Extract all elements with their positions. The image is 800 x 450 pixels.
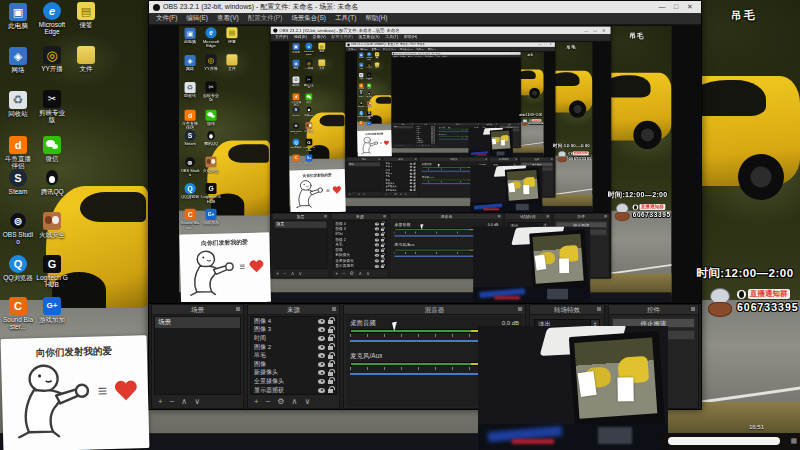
obs-preview[interactable]	[392, 58, 521, 123]
desktop-icon-this-pc[interactable]: ▣此电脑	[2, 3, 34, 29]
visibility-eye-icon[interactable]	[410, 189, 413, 191]
source-row[interactable]: 时间	[251, 334, 336, 343]
lock-icon[interactable]	[328, 355, 333, 359]
desktop-icon-ghub[interactable]: GLogitech G HUB	[201, 183, 221, 203]
obs-titlebar[interactable]: OBS 23.2.1 (32-bit, windows) - 配置文件: 未命名…	[271, 27, 611, 34]
add-scene-button[interactable]: +	[276, 271, 279, 276]
visibility-eye-icon[interactable]	[375, 233, 379, 236]
desktop-icon-this-pc[interactable]: ▣此电脑	[180, 28, 200, 44]
desktop-icon-qq[interactable]: 腾讯QQ	[365, 91, 372, 97]
transitions-panel-header[interactable]: 转场特效	[505, 214, 551, 220]
desktop-icon-obs-studio[interactable]: ⊚OBS Studio	[357, 101, 364, 109]
visibility-eye-icon[interactable]	[410, 173, 413, 175]
transitions-panel-header[interactable]: 转场特效	[490, 158, 518, 162]
lock-icon[interactable]	[328, 329, 333, 333]
visibility-eye-icon[interactable]	[318, 336, 325, 341]
source-row[interactable]: 图像	[251, 360, 336, 369]
visibility-eye-icon[interactable]	[318, 379, 325, 384]
controls-panel-header[interactable]: 控件	[499, 123, 520, 125]
source-down-button[interactable]: ∨	[366, 271, 370, 276]
scenes-panel-header[interactable]: 场景	[273, 214, 329, 220]
scene-down-button[interactable]: ∨	[363, 193, 365, 196]
desktop-icon-steam[interactable]: SSteam	[290, 106, 302, 116]
sources-panel-header[interactable]: 来源	[248, 305, 339, 315]
source-down-button[interactable]: ∨	[428, 145, 429, 147]
menu-edit[interactable]: 编辑(E)	[360, 47, 368, 50]
source-properties-gear-icon[interactable]: ⚙	[422, 145, 424, 147]
visibility-eye-icon[interactable]	[375, 228, 379, 231]
menu-view[interactable]: 查看(V)	[313, 35, 326, 41]
scene-down-button[interactable]: ∨	[194, 398, 200, 406]
visibility-eye-icon[interactable]	[410, 163, 413, 165]
close-button[interactable]: ✕	[599, 27, 608, 34]
add-scene-button[interactable]: +	[158, 398, 163, 406]
dock-options-icon[interactable]	[518, 307, 522, 311]
desktop-icon-folder[interactable]: 文件	[222, 54, 242, 70]
visibility-eye-icon[interactable]	[410, 179, 413, 181]
dock-options-icon[interactable]	[415, 158, 417, 160]
desktop-icon-notes[interactable]: ▤便签	[222, 27, 242, 43]
lock-icon[interactable]	[328, 389, 333, 393]
dock-options-icon[interactable]	[383, 215, 385, 217]
remove-scene-button[interactable]: −	[170, 398, 175, 406]
menu-profile[interactable]: 配置文件(P)	[383, 47, 396, 50]
lock-icon[interactable]	[381, 260, 384, 262]
scene-up-button[interactable]: ∧	[399, 145, 400, 147]
source-up-button[interactable]: ∧	[425, 145, 426, 147]
mixer-panel-header[interactable]: 混音器	[391, 214, 502, 220]
player-settings-icon[interactable]: ▦	[790, 436, 797, 446]
desktop-icon-notes[interactable]: ▤便签	[316, 43, 328, 53]
scenes-panel-header[interactable]: 场景	[152, 305, 243, 315]
controls-panel-header[interactable]: 控件	[609, 305, 698, 315]
desktop-icon-douyu[interactable]: d斗鱼直播伴侣	[180, 110, 200, 130]
scene-item[interactable]: 场景	[393, 126, 413, 129]
dock-options-icon[interactable]	[551, 158, 553, 160]
desktop-icon-huorong[interactable]: 火绒安全	[303, 122, 315, 132]
desktop-icon-douyu[interactable]: d斗鱼直播伴侣	[290, 94, 302, 107]
source-up-button[interactable]: ∧	[358, 271, 362, 276]
menu-tools[interactable]: 工具(T)	[416, 47, 424, 50]
source-properties-gear-icon[interactable]: ⚙	[277, 398, 284, 406]
desktop-icon-huorong[interactable]: 火绒安全	[365, 101, 372, 107]
obs-preview[interactable]: ▣此电脑 ◈网络 ♻回收站 d斗鱼直播伴侣 SSteam ⊚OBS Studio…	[346, 51, 555, 157]
source-row[interactable]: 新摄像头	[251, 369, 336, 378]
sources-panel-header[interactable]: 来源	[332, 214, 388, 220]
desktop-icon-recycle-bin[interactable]: ♻回收站	[357, 73, 364, 79]
desktop-icon-this-pc[interactable]: ▣此电脑	[290, 43, 302, 53]
obs-preview[interactable]: ▣此电脑 ◈网络 ♻回收站 d斗鱼直播伴侣 SSteam ⊚OBS Studio…	[149, 25, 701, 304]
scene-down-button[interactable]: ∨	[402, 145, 403, 147]
menu-help[interactable]: 帮助(H)	[404, 35, 418, 41]
menu-tools[interactable]: 工具(T)	[335, 14, 356, 23]
menu-file[interactable]: 文件(F)	[156, 14, 177, 23]
desktop-icon-gamepp[interactable]: G+游戏加加	[303, 155, 315, 165]
desktop-icon-wechat[interactable]: 微信	[303, 94, 315, 104]
remove-scene-button[interactable]: −	[353, 193, 355, 196]
remove-scene-button[interactable]: −	[283, 271, 286, 276]
add-source-button[interactable]: +	[335, 271, 338, 276]
add-scene-button[interactable]: +	[349, 193, 351, 196]
desktop-icon-capcut[interactable]: ✂剪映专业版	[365, 73, 372, 81]
desktop-icon-sound-blaster[interactable]: CSound Blaster...	[290, 155, 302, 168]
scene-item[interactable]: 场景	[274, 221, 326, 228]
desktop-icon-qq-browser[interactable]: QQQ浏览器	[180, 183, 200, 199]
menu-file[interactable]: 文件(F)	[275, 35, 288, 41]
menu-scene-collection[interactable]: 场景集合(S)	[400, 47, 413, 50]
visibility-eye-icon[interactable]	[375, 249, 379, 252]
desktop-icon-sound-blaster[interactable]: CSound Blaster...	[357, 121, 364, 129]
desktop-icon-obs-studio[interactable]: ⊚OBS Studio	[180, 157, 200, 177]
dock-options-icon[interactable]	[434, 123, 435, 124]
dock-options-icon[interactable]	[324, 215, 326, 217]
transitions-panel-header[interactable]: 转场特效	[530, 305, 604, 315]
minimize-button[interactable]: —	[655, 1, 669, 13]
maximize-button[interactable]: □	[669, 1, 683, 13]
minimize-button[interactable]: —	[582, 27, 591, 34]
lock-icon[interactable]	[381, 234, 384, 236]
scene-item[interactable]: 场景	[155, 317, 240, 328]
source-up-button[interactable]: ∧	[400, 193, 402, 196]
desktop-icon-wechat[interactable]: 微信	[201, 110, 221, 126]
source-properties-gear-icon[interactable]: ⚙	[350, 271, 354, 276]
lock-icon[interactable]	[381, 239, 384, 241]
desktop-icon-recycle-bin[interactable]: ♻回收站	[290, 76, 302, 86]
source-row[interactable]: 图像 4	[251, 317, 336, 326]
desktop-icon-gamepp[interactable]: G+游戏加加	[201, 209, 221, 225]
